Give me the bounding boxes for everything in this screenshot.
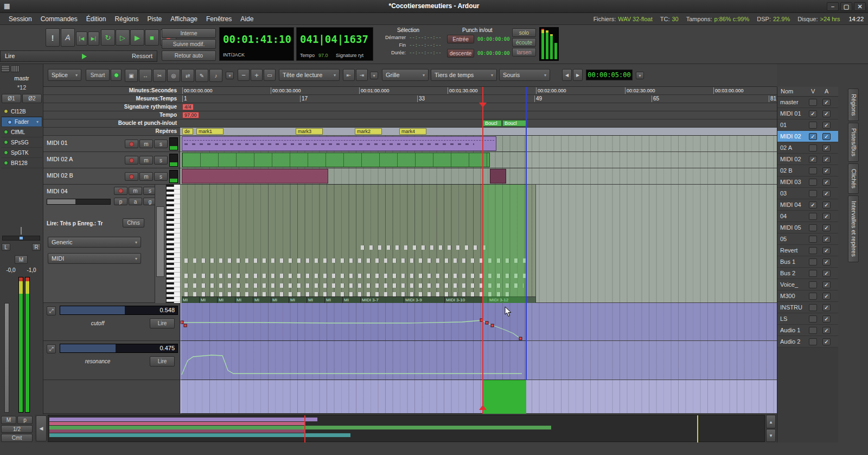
midi-mode-select[interactable]: MIDI — [48, 253, 141, 264]
visible-checkbox[interactable] — [809, 338, 817, 345]
track-list-row[interactable]: 02 A — [777, 142, 838, 154]
track-list-row[interactable]: Revert — [777, 245, 838, 256]
visible-checkbox[interactable] — [809, 167, 817, 174]
loop-marker[interactable]: Boucl — [502, 120, 526, 127]
gain-fader[interactable] — [4, 303, 9, 413]
pan-slider[interactable] — [2, 236, 40, 241]
automation-fader[interactable]: 0.548 — [60, 306, 178, 315]
visible-checkbox[interactable] — [809, 315, 817, 323]
auto-return-button[interactable]: Retour auto — [162, 50, 216, 61]
sync-source-button[interactable]: Interne — [162, 28, 216, 38]
visible-checkbox[interactable] — [809, 258, 817, 266]
empty-lane[interactable] — [180, 380, 777, 414]
processor-slot[interactable]: CI12B — [1, 106, 42, 117]
grab-tool-button[interactable]: ▣ — [125, 69, 138, 82]
track-list-name[interactable]: M300 — [777, 293, 806, 299]
shuttle-marker-icon[interactable] — [82, 54, 87, 59]
phase-1-button[interactable]: Ø1 — [2, 94, 21, 103]
column-name[interactable]: Nom — [781, 88, 793, 94]
track-list-row[interactable]: MIDI 03 — [777, 176, 838, 188]
goto-start-button[interactable]: |◀ — [76, 31, 87, 46]
track-list-name[interactable]: Bus 2 — [777, 270, 806, 276]
region-name-label[interactable]: MI — [307, 296, 325, 303]
track-list-name[interactable]: 02 A — [777, 144, 806, 151]
track-list-row[interactable]: MIDI 04 — [777, 199, 838, 211]
minimize-button[interactable]: – — [827, 2, 839, 11]
track-list-name[interactable]: Audio 1 — [777, 327, 806, 333]
pan-right-button[interactable]: R — [32, 243, 41, 251]
active-checkbox[interactable] — [822, 293, 831, 300]
menu-item[interactable]: Édition — [82, 14, 111, 24]
active-checkbox[interactable] — [822, 258, 831, 266]
track-list-row[interactable]: Bus 2 — [777, 268, 838, 279]
processor-slot[interactable]: SpGTK — [1, 148, 42, 158]
menu-item[interactable]: Fenêtres — [202, 14, 236, 24]
mute-button[interactable]: m — [139, 140, 153, 148]
automation-play-button[interactable]: Lire — [150, 356, 175, 366]
ruler-label[interactable]: Signature rythmique — [43, 103, 180, 111]
smart-led-button[interactable] — [111, 69, 122, 81]
track-list-row[interactable]: 03 — [777, 188, 838, 199]
track-list-name[interactable]: MIDI 01 — [777, 110, 806, 117]
visible-checkbox[interactable] — [809, 304, 817, 311]
mute-button[interactable]: m — [139, 172, 153, 181]
active-checkbox[interactable] — [822, 99, 831, 106]
track-list-row[interactable]: 01 — [777, 119, 838, 131]
track-list-row[interactable]: LS — [777, 313, 838, 325]
half-button[interactable]: 1/2 — [1, 425, 33, 433]
visible-checkbox[interactable] — [809, 281, 817, 288]
track-list-name[interactable]: 05 — [777, 236, 806, 242]
midi-region[interactable] — [182, 136, 496, 151]
zoom-in-button[interactable]: + — [251, 69, 263, 81]
loop-button[interactable]: ↻ — [101, 29, 115, 46]
region-name-label[interactable]: MI — [200, 296, 218, 303]
automation-expand-icon[interactable]: ⤢ — [47, 306, 56, 315]
ruler-label[interactable]: Repères — [43, 128, 180, 136]
track-list-name[interactable]: master — [777, 99, 806, 105]
primary-clock[interactable]: 00:01:41:10 INT/JACK — [219, 27, 294, 61]
processor-slot[interactable]: ClfML — [1, 127, 42, 137]
snap-mode-select[interactable]: Souris — [499, 69, 550, 81]
record-arm-button[interactable] — [125, 172, 138, 181]
region-name-label[interactable]: MI — [182, 296, 200, 303]
midi-notes[interactable] — [184, 292, 510, 296]
mono-button[interactable]: M — [15, 255, 28, 264]
region-name-label[interactable]: MIDI 3-12 — [488, 296, 536, 303]
active-checkbox[interactable] — [822, 179, 831, 186]
track-canvas-midi01[interactable] — [180, 136, 777, 152]
active-checkbox[interactable] — [822, 338, 831, 345]
active-checkbox[interactable] — [822, 315, 831, 323]
active-checkbox[interactable] — [822, 156, 831, 163]
ruler-label[interactable]: Minutes:Secondes — [43, 87, 180, 95]
track-list-row[interactable]: 05 — [777, 233, 838, 245]
ruler-label[interactable]: Mesures:Temps — [43, 95, 180, 103]
punch-in-button[interactable]: Entrée — [447, 35, 474, 43]
region-name-label[interactable]: MI — [289, 296, 307, 303]
location-marker[interactable]: mark2 — [355, 128, 382, 135]
pan-thumb[interactable] — [20, 237, 23, 239]
playlist-button[interactable]: p — [114, 198, 127, 205]
region-name-label[interactable]: MI — [253, 296, 271, 303]
location-marker[interactable]: mark3 — [296, 128, 323, 135]
phase-2-button[interactable]: Ø2 — [22, 94, 42, 103]
solo-button[interactable]: solo — [512, 28, 536, 37]
region-name-label[interactable]: MIDI 3-9 — [404, 296, 445, 303]
feedback-button[interactable]: larsen — [512, 48, 536, 56]
active-checkbox[interactable] — [822, 270, 831, 277]
zoom-tool-button[interactable]: ◎ — [167, 69, 180, 82]
active-checkbox[interactable] — [822, 224, 831, 231]
track-list-row[interactable]: MIDI 02 — [777, 131, 838, 142]
midi-region[interactable] — [182, 169, 328, 184]
track-list-row[interactable]: Audio 2 — [777, 336, 838, 347]
pan-left-button[interactable]: L — [2, 243, 10, 251]
track-list-name[interactable]: 02 B — [777, 167, 806, 174]
follow-edits-button[interactable]: Suivre modif. — [162, 39, 216, 49]
track-name[interactable]: MIDI 04 — [47, 188, 68, 194]
active-checkbox[interactable] — [822, 327, 831, 334]
track-fader[interactable] — [47, 199, 111, 205]
track-list-name[interactable]: INSTRU — [777, 304, 806, 311]
visible-checkbox[interactable] — [809, 110, 817, 117]
grid-type-select[interactable]: Tiers de temps — [431, 69, 497, 81]
scroomer[interactable] — [155, 185, 165, 303]
active-checkbox[interactable] — [822, 304, 831, 311]
